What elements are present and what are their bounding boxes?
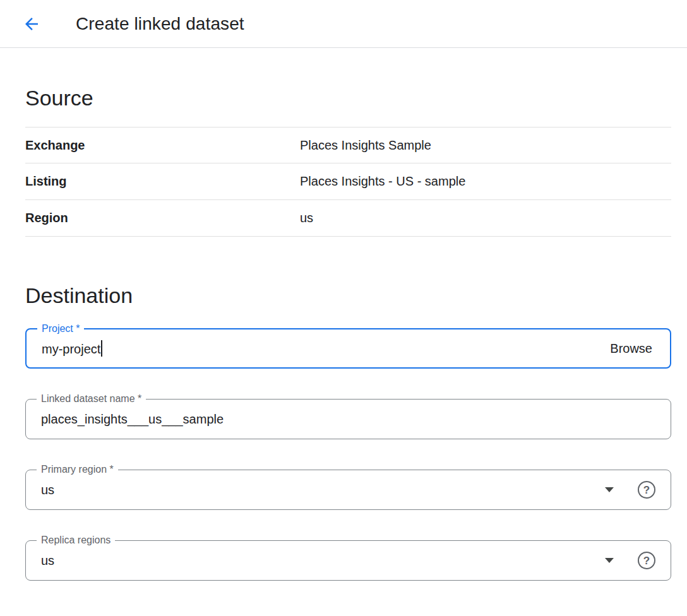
project-field-label: Project * <box>37 323 84 335</box>
project-field[interactable]: Project * my-project Browse <box>25 328 671 369</box>
table-row: Exchange Places Insights Sample <box>25 127 671 163</box>
primary-region-label: Primary region * <box>37 463 118 476</box>
destination-fields: Project * my-project Browse Linked datas… <box>25 328 671 581</box>
text-cursor <box>101 340 102 357</box>
region-label: Region <box>25 211 300 225</box>
region-value: us <box>300 211 313 225</box>
project-input[interactable]: my-project <box>42 340 607 357</box>
table-row: Listing Places Insights - US - sample <box>25 163 671 200</box>
listing-label: Listing <box>25 174 300 189</box>
exchange-value: Places Insights Sample <box>300 138 431 153</box>
help-icon[interactable]: ? <box>638 481 655 499</box>
chevron-down-icon <box>605 558 614 563</box>
dataset-name-field[interactable]: Linked dataset name * places_insights___… <box>25 399 671 439</box>
source-heading: Source <box>0 86 687 110</box>
source-table: Exchange Places Insights Sample Listing … <box>25 127 671 237</box>
page-title: Create linked dataset <box>76 14 244 34</box>
replica-regions-value: us <box>41 554 605 568</box>
dataset-name-label: Linked dataset name * <box>37 393 146 405</box>
primary-region-select[interactable]: Primary region * us ? <box>25 470 671 510</box>
replica-regions-label: Replica regions <box>37 534 115 547</box>
arrow-back-icon <box>22 15 41 33</box>
back-button[interactable] <box>21 14 42 34</box>
help-icon[interactable]: ? <box>638 552 655 569</box>
header: Create linked dataset <box>0 0 687 48</box>
listing-value: Places Insights - US - sample <box>300 174 465 189</box>
dataset-name-input[interactable]: places_insights___us___sample <box>41 412 655 427</box>
destination-heading: Destination <box>0 283 687 308</box>
replica-regions-select[interactable]: Replica regions us ? <box>25 540 671 581</box>
exchange-label: Exchange <box>25 138 300 153</box>
primary-region-value: us <box>41 483 605 497</box>
chevron-down-icon <box>605 487 614 492</box>
table-row: Region us <box>25 200 671 237</box>
browse-button[interactable]: Browse <box>607 341 655 356</box>
